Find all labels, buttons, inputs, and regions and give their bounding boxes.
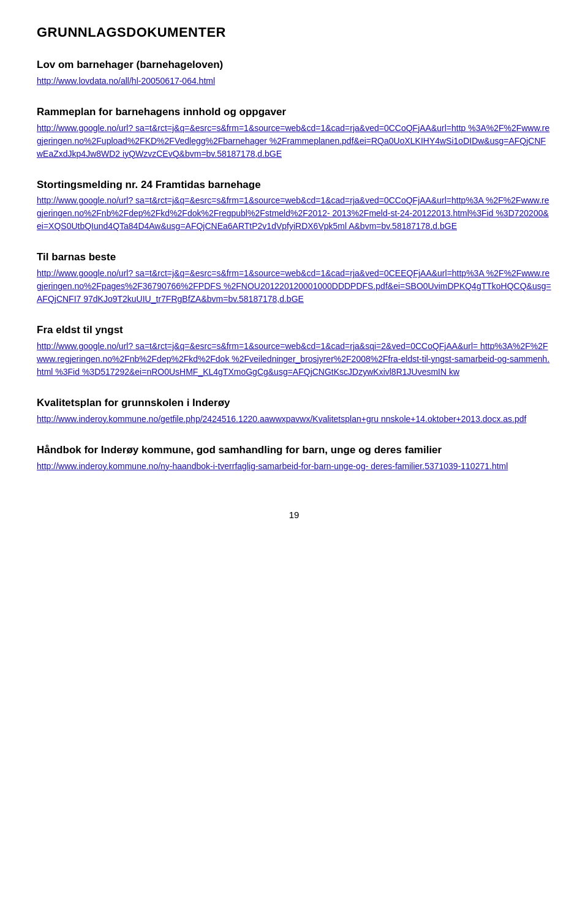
section-link-haandbok-inderoy[interactable]: http://www.inderoy.kommune.no/ny-haandbo… [37,460,551,473]
section-link-fra-eldst-til-yngst[interactable]: http://www.google.no/url? sa=t&rct=j&q=&… [37,340,551,379]
section-stortingsmelding: Stortingsmelding nr. 24 Framtidas barneh… [37,178,551,233]
section-fra-eldst-til-yngst: Fra eldst til yngsthttp://www.google.no/… [37,323,551,379]
page-number: 19 [37,510,551,520]
section-haandbok-inderoy: Håndbok for Inderøy kommune, god samhand… [37,443,551,473]
section-heading-rammeplan: Rammeplan for barnehagens innhold og opp… [37,105,551,119]
section-heading-stortingsmelding: Stortingsmelding nr. 24 Framtidas barneh… [37,178,551,192]
section-link-kvalitetsplan-grunnskole[interactable]: http://www.inderoy.kommune.no/getfile.ph… [37,413,551,426]
section-link-rammeplan[interactable]: http://www.google.no/url? sa=t&rct=j&q=&… [37,122,551,160]
section-link-stortingsmelding[interactable]: http://www.google.no/url? sa=t&rct=j&q=&… [37,194,551,233]
section-heading-fra-eldst-til-yngst: Fra eldst til yngst [37,323,551,337]
section-link-barnehage-lov[interactable]: http://www.lovdata.no/all/hl-20050617-06… [37,75,551,88]
section-heading-barnehage-lov: Lov om barnehager (barnehageloven) [37,58,551,72]
section-link-til-barnas-beste[interactable]: http://www.google.no/url? sa=t&rct=j&q=&… [37,267,551,306]
section-kvalitetsplan-grunnskole: Kvalitetsplan for grunnskolen i Inderøyh… [37,396,551,426]
section-rammeplan: Rammeplan for barnehagens innhold og opp… [37,105,551,160]
section-heading-til-barnas-beste: Til barnas beste [37,250,551,265]
page-title: GRUNNLAGSDOKUMENTER [37,24,551,40]
section-heading-haandbok-inderoy: Håndbok for Inderøy kommune, god samhand… [37,443,551,458]
section-barnehage-lov: Lov om barnehager (barnehageloven)http:/… [37,58,551,88]
section-heading-kvalitetsplan-grunnskole: Kvalitetsplan for grunnskolen i Inderøy [37,396,551,410]
section-til-barnas-beste: Til barnas bestehttp://www.google.no/url… [37,250,551,306]
